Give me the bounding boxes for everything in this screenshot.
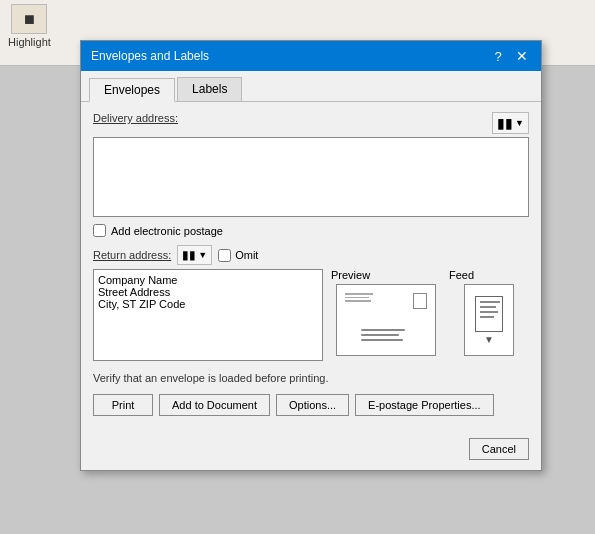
tab-envelopes[interactable]: Envelopes — [89, 78, 175, 102]
postage-checkbox[interactable] — [93, 224, 106, 237]
envelope-return-address — [345, 293, 373, 302]
dialog-titlebar: Envelopes and Labels ? ✕ — [81, 41, 541, 71]
options-button[interactable]: Options... — [276, 394, 349, 416]
feed-printer-icon: ▼ — [475, 296, 503, 345]
postage-row: Add electronic postage — [93, 224, 529, 237]
return-address-textarea-wrap: Company Name Street Address City, ST ZIP… — [93, 269, 323, 364]
delivery-line-3 — [361, 339, 403, 341]
titlebar-controls: ? ✕ — [489, 47, 531, 65]
cancel-row: Cancel — [81, 434, 541, 470]
delivery-address-row: Delivery address: ▮▮ ▼ — [93, 112, 529, 134]
delivery-address-input[interactable] — [93, 137, 529, 217]
return-chevron-down-icon: ▼ — [198, 250, 207, 260]
close-button[interactable]: ✕ — [513, 47, 531, 65]
cancel-button[interactable]: Cancel — [469, 438, 529, 460]
highlight-label: Highlight — [8, 36, 51, 48]
envelopes-labels-dialog: Envelopes and Labels ? ✕ Envelopes Label… — [80, 40, 542, 471]
omit-label: Omit — [235, 249, 258, 261]
omit-row: Omit — [218, 249, 258, 262]
feed-paper-lines — [476, 297, 502, 322]
print-button[interactable]: Print — [93, 394, 153, 416]
return-line-3 — [345, 300, 371, 302]
preview-feed-row: Company Name Street Address City, ST ZIP… — [93, 269, 529, 364]
tab-labels[interactable]: Labels — [177, 77, 242, 101]
add-to-document-button[interactable]: Add to Document — [159, 394, 270, 416]
feed-line-1 — [480, 301, 500, 303]
return-address-row: Return address: ▮▮ ▼ Omit — [93, 245, 529, 265]
omit-checkbox[interactable] — [218, 249, 231, 262]
feed-line-4 — [480, 316, 494, 318]
return-address-input[interactable]: Company Name Street Address City, ST ZIP… — [93, 269, 323, 361]
feed-line-2 — [480, 306, 496, 308]
feed-icon-box: ▼ — [464, 284, 514, 356]
dialog-title: Envelopes and Labels — [91, 49, 489, 63]
delivery-line-1 — [361, 329, 405, 331]
return-line-2 — [345, 297, 369, 299]
delivery-address-icon-button[interactable]: ▮▮ ▼ — [492, 112, 529, 134]
dialog-body: Delivery address: ▮▮ ▼ Add electronic po… — [81, 102, 541, 434]
preview-section: Preview — [331, 269, 441, 364]
delivery-line-2 — [361, 334, 399, 336]
delivery-address-label: Delivery address: — [93, 112, 178, 124]
envelope-preview — [336, 284, 436, 356]
address-book-icon: ▮▮ — [497, 115, 513, 131]
preview-label: Preview — [331, 269, 370, 281]
return-address-book-icon: ▮▮ — [182, 248, 196, 262]
feed-paper — [475, 296, 503, 332]
envelope-stamp — [413, 293, 427, 309]
highlight-icon: ■ — [11, 4, 47, 34]
highlight-toolbar-item[interactable]: ■ Highlight — [0, 0, 59, 52]
feed-section: Feed ▼ — [449, 269, 529, 364]
feed-arrow-icon: ▼ — [484, 334, 494, 345]
feed-line-3 — [480, 311, 498, 313]
chevron-down-icon: ▼ — [515, 118, 524, 128]
feed-label: Feed — [449, 269, 474, 281]
dialog-tabs: Envelopes Labels — [81, 71, 541, 102]
return-address-label: Return address: — [93, 249, 171, 261]
verify-text: Verify that an envelope is loaded before… — [93, 372, 529, 384]
envelope-delivery-address — [361, 329, 405, 341]
e-postage-properties-button[interactable]: E-postage Properties... — [355, 394, 494, 416]
return-line-1 — [345, 293, 373, 295]
action-buttons: Print Add to Document Options... E-posta… — [93, 394, 529, 424]
return-address-icon-button[interactable]: ▮▮ ▼ — [177, 245, 212, 265]
help-button[interactable]: ? — [489, 47, 507, 65]
postage-label: Add electronic postage — [111, 225, 223, 237]
